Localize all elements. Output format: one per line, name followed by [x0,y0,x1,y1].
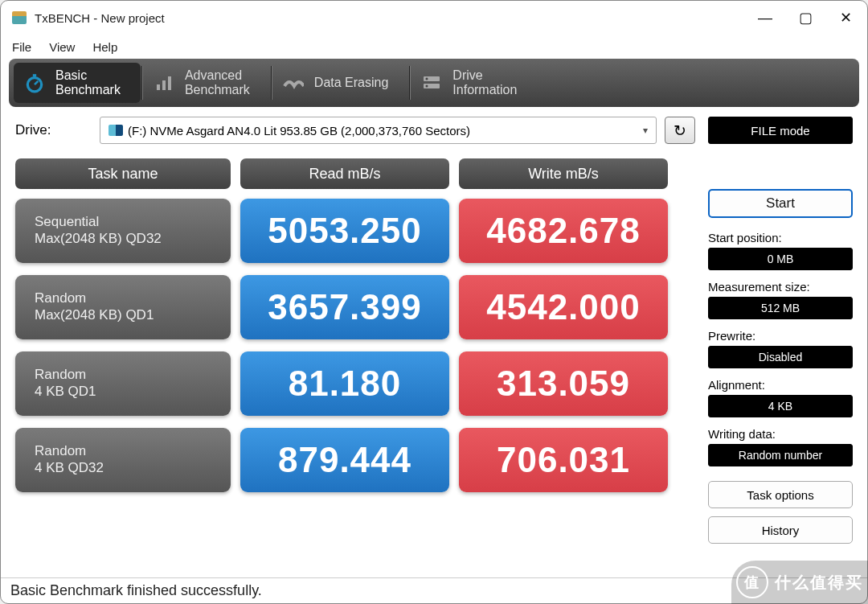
task-cell[interactable]: Random Max(2048 KB) QD1 [15,275,231,339]
tab-data-erasing[interactable]: Data Erasing [272,63,409,103]
write-value: 4542.000 [459,275,668,339]
prewrite-label: Prewrite: [708,329,853,343]
svg-rect-5 [168,76,171,90]
header-task: Task name [15,158,231,189]
read-value: 879.444 [240,428,449,492]
refresh-button[interactable]: ↻ [665,117,695,144]
drive-label: Drive: [15,122,92,138]
refresh-icon: ↻ [674,121,686,140]
minimize-button[interactable]: — [745,3,785,32]
svg-point-8 [426,78,428,80]
status-text: Basic Benchmark finished successfully. [10,582,262,599]
bars-icon [153,72,175,94]
start-position-value[interactable]: 0 MB [708,248,853,270]
task-subtitle: 4 KB QD32 [35,459,231,476]
file-mode-button[interactable]: FILE mode [708,117,853,144]
watermark-badge: 值 [736,566,768,598]
main-panel: Drive: (F:) NVMe Asgard AN4.0 Lit 953.85… [15,117,695,577]
drive-value: (F:) NVMe Asgard AN4.0 Lit 953.85 GB (2,… [128,124,470,138]
result-row: Random 4 KB QD32 879.444 706.031 [15,428,695,492]
svg-line-2 [35,81,38,84]
tab-drive-information[interactable]: Drive Information [411,63,537,103]
window-title: TxBENCH - New project [35,11,745,25]
erase-icon [282,72,305,94]
write-value: 706.031 [459,428,668,492]
app-icon [12,11,27,24]
task-title: Random [35,366,231,383]
tab-basic-benchmark[interactable]: Basic Benchmark [14,63,141,103]
stopwatch-icon [23,72,46,94]
results-header: Task name Read mB/s Write mB/s [15,158,695,189]
task-subtitle: Max(2048 KB) QD32 [35,230,231,247]
read-value: 3657.399 [240,275,449,339]
task-title: Random [35,442,231,459]
history-button[interactable]: History [708,516,853,544]
task-title: Sequential [35,213,231,230]
chevron-down-icon: ▾ [643,125,648,136]
tab-label: Data Erasing [314,76,389,90]
write-value: 313.059 [459,351,668,416]
measurement-size-label: Measurement size: [708,280,853,294]
task-options-button[interactable]: Task options [708,481,853,508]
start-button[interactable]: Start [708,189,853,218]
alignment-value[interactable]: 4 KB [708,395,853,417]
result-row: Random 4 KB QD1 81.180 313.059 [15,351,695,416]
svg-point-9 [426,85,428,88]
svg-rect-4 [162,80,166,90]
task-title: Random [35,290,231,306]
svg-rect-1 [33,74,36,76]
menubar: File View Help [1,35,867,59]
maximize-button[interactable]: ▢ [785,3,825,32]
tab-label: Drive Information [452,68,517,97]
prewrite-value[interactable]: Disabled [708,346,853,368]
result-row: Sequential Max(2048 KB) QD32 5053.250 46… [15,199,695,263]
menu-file[interactable]: File [12,40,31,54]
result-row: Random Max(2048 KB) QD1 3657.399 4542.00… [15,275,695,339]
task-subtitle: Max(2048 KB) QD1 [35,306,231,323]
header-write: Write mB/s [459,158,668,189]
drive-icon [420,72,443,94]
titlebar: TxBENCH - New project — ▢ ✕ [1,1,867,35]
menu-help[interactable]: Help [92,40,117,54]
tab-label: Advanced Benchmark [185,68,250,97]
tab-label: Basic Benchmark [55,68,121,97]
header-read: Read mB/s [240,158,449,189]
task-cell[interactable]: Sequential Max(2048 KB) QD32 [15,199,231,263]
drive-device-icon [108,125,123,136]
writing-data-label: Writing data: [708,427,853,441]
task-subtitle: 4 KB QD1 [35,383,231,400]
read-value: 81.180 [240,351,449,416]
task-cell[interactable]: Random 4 KB QD1 [15,351,231,416]
writing-data-value[interactable]: Random number [708,444,853,466]
window: TxBENCH - New project — ▢ ✕ File View He… [0,0,868,604]
read-value: 5053.250 [240,199,449,263]
watermark: 值 什么值得买 [731,561,868,604]
watermark-text: 什么值得买 [775,572,863,594]
drive-select[interactable]: (F:) NVMe Asgard AN4.0 Lit 953.85 GB (2,… [100,117,657,144]
task-cell[interactable]: Random 4 KB QD32 [15,428,231,492]
svg-rect-3 [157,84,160,90]
start-position-label: Start position: [708,231,853,244]
measurement-size-value[interactable]: 512 MB [708,297,853,319]
close-button[interactable]: ✕ [825,3,866,32]
alignment-label: Alignment: [708,378,853,392]
nav-tabs: Basic Benchmark Advanced Benchmark Data … [9,59,859,107]
tab-advanced-benchmark[interactable]: Advanced Benchmark [143,63,270,103]
side-panel: FILE mode Start Start position: 0 MB Mea… [708,117,853,577]
write-value: 4682.678 [459,199,668,263]
svg-point-0 [27,78,41,92]
menu-view[interactable]: View [49,40,75,54]
